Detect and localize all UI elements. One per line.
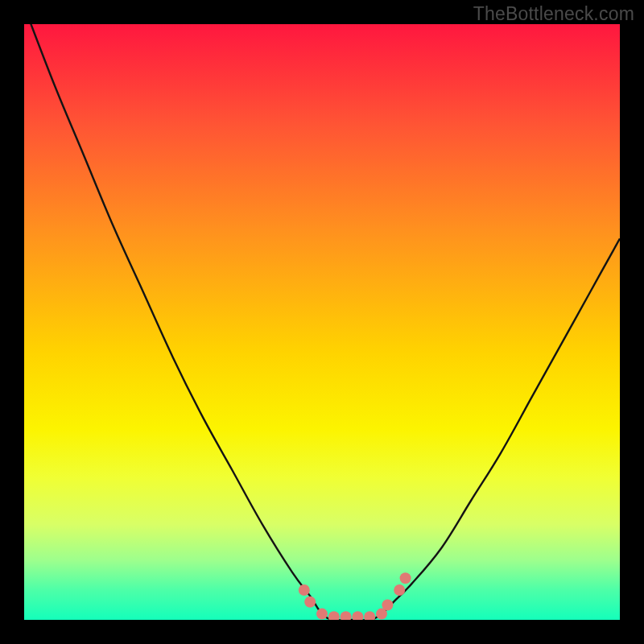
highlight-dot <box>299 584 310 596</box>
highlight-dot <box>328 611 340 620</box>
highlight-dots-group <box>299 572 411 620</box>
highlight-dot <box>364 611 375 620</box>
bottleneck-curve <box>24 24 620 620</box>
highlight-dot <box>394 584 405 596</box>
highlight-dot <box>382 600 393 611</box>
highlight-dot <box>304 597 316 608</box>
curve-layer <box>24 24 620 620</box>
watermark-text: TheBottleneck.com <box>473 3 634 25</box>
highlight-dot <box>316 609 328 620</box>
gradient-plot-area <box>24 24 620 620</box>
chart-frame: TheBottleneck.com <box>0 0 644 644</box>
highlight-dot <box>341 611 352 620</box>
highlight-dot <box>400 572 411 584</box>
highlight-dot <box>352 611 363 620</box>
